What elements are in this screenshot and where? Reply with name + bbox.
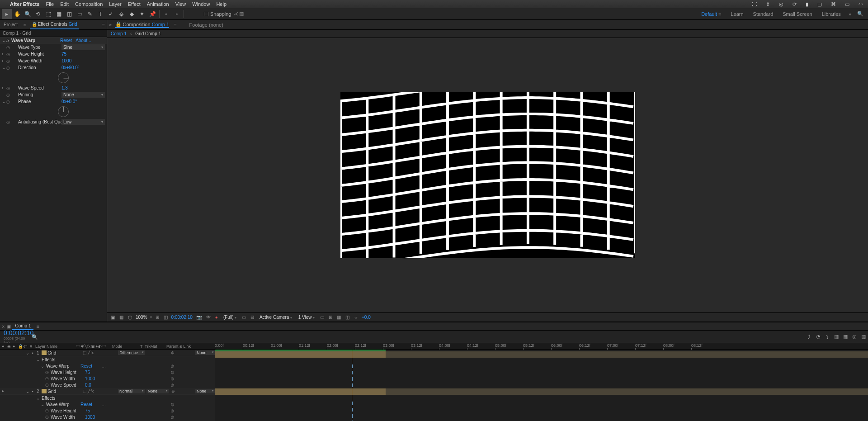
effects-label[interactable]: Effects bbox=[41, 357, 76, 362]
panel-menu-icon[interactable]: ≡ bbox=[174, 22, 176, 28]
timeline-search-input[interactable] bbox=[41, 333, 55, 340]
twisty-icon[interactable]: › bbox=[2, 85, 6, 90]
twisty-icon[interactable]: › bbox=[2, 58, 6, 63]
pen-tool[interactable]: ✎ bbox=[85, 9, 95, 19]
resolution-icon[interactable]: ⊞ bbox=[155, 315, 160, 320]
sync-icon[interactable]: ⟳ bbox=[791, 1, 798, 7]
solo-icon[interactable]: ▪ bbox=[30, 389, 35, 394]
selection-tool[interactable]: ▸ bbox=[2, 9, 12, 19]
orbit-tool[interactable]: ⟲ bbox=[33, 9, 43, 19]
stroke-swatch[interactable]: ▫ bbox=[172, 9, 182, 19]
twisty-icon[interactable]: ⌄ bbox=[36, 357, 41, 362]
timeline-icon[interactable]: ⊟ bbox=[250, 315, 255, 320]
tab-footage[interactable]: Footage (none) bbox=[189, 22, 223, 28]
exposure-value[interactable]: +0.0 bbox=[362, 315, 371, 320]
workspace-standard[interactable]: Standard bbox=[749, 11, 778, 17]
playhead[interactable] bbox=[352, 350, 352, 421]
fx-badge-icon[interactable]: fx bbox=[6, 38, 9, 43]
workspace-small[interactable]: Small Screen bbox=[778, 11, 816, 17]
stopwatch-icon[interactable]: ◷ bbox=[45, 383, 50, 387]
eraser-tool[interactable]: ◆ bbox=[127, 9, 137, 19]
viewer-timecode[interactable]: 0:00:02:10 bbox=[171, 315, 193, 320]
param-antialias-select[interactable]: Low bbox=[61, 119, 105, 125]
twisty-icon[interactable]: ⌄ bbox=[26, 350, 30, 355]
stopwatch-icon[interactable]: ◷ bbox=[6, 66, 12, 70]
stopwatch-icon[interactable]: ◷ bbox=[6, 59, 12, 63]
effect-name[interactable]: Wave Warp bbox=[45, 364, 80, 369]
stopwatch-icon[interactable]: ◷ bbox=[6, 52, 12, 57]
brush-tool[interactable]: ✓ bbox=[106, 9, 116, 19]
pixel-aspect-icon[interactable]: ▭ bbox=[319, 315, 325, 320]
search-icon[interactable]: 🔍 bbox=[854, 11, 866, 17]
param-wave-height-value[interactable]: 75 bbox=[61, 52, 105, 57]
view-dropdown[interactable]: 1 View bbox=[297, 315, 316, 320]
pickwhip-icon[interactable]: ⊚ bbox=[170, 408, 174, 413]
comp-flowchart-icon[interactable]: ⤴ bbox=[805, 334, 814, 340]
hand-tool[interactable]: ✋ bbox=[12, 9, 22, 19]
pickwhip-icon[interactable]: ⊚ bbox=[171, 389, 196, 393]
menu-file[interactable]: File bbox=[46, 1, 54, 7]
tab-project[interactable]: Project bbox=[2, 20, 19, 29]
roi-icon[interactable]: ◫ bbox=[163, 315, 169, 320]
stopwatch-icon[interactable]: ◷ bbox=[45, 370, 50, 374]
always-preview-icon[interactable]: ▣ bbox=[110, 315, 116, 320]
roto-tool[interactable]: ✦ bbox=[137, 9, 147, 19]
parent-dropdown[interactable]: None bbox=[195, 350, 215, 355]
parent-dropdown[interactable]: None bbox=[195, 389, 215, 393]
app-name[interactable]: After Effects bbox=[10, 1, 39, 7]
tab-effect-controls[interactable]: 🔒 Effect Controls Grid bbox=[30, 20, 79, 29]
mask-icon[interactable]: ▢ bbox=[127, 315, 133, 320]
breadcrumb-item[interactable]: Grid Comp 1 bbox=[135, 31, 161, 36]
camera-tool[interactable]: ▦ bbox=[54, 9, 64, 19]
stopwatch-icon[interactable]: ◷ bbox=[6, 120, 12, 124]
menu-layer[interactable]: Layer bbox=[109, 1, 122, 7]
twisty-icon[interactable]: › bbox=[2, 52, 6, 57]
timeline-track-area[interactable] bbox=[215, 350, 868, 421]
menu-help[interactable]: Help bbox=[216, 1, 226, 7]
trkmat-dropdown[interactable]: None bbox=[146, 389, 169, 393]
panel-menu-icon[interactable]: ≡ bbox=[102, 22, 105, 28]
param-wave-type-select[interactable]: Sine bbox=[61, 44, 105, 50]
param-wave-speed-value[interactable]: 1.3 bbox=[61, 85, 105, 90]
menu-view[interactable]: View bbox=[175, 1, 186, 7]
zoom-value[interactable]: 100% bbox=[136, 315, 147, 320]
rotate-tool[interactable]: ⬚ bbox=[43, 9, 53, 19]
stopwatch-icon[interactable]: ◷ bbox=[45, 408, 50, 413]
snapping-more-icon[interactable]: ▨ bbox=[239, 11, 244, 17]
time-ruler[interactable]: 0:00f00:12f01:00f01:12f02:00f02:12f03:00… bbox=[215, 343, 868, 349]
layer-row[interactable]: ●⌄▪2Grid⬚╱fxNormalNone⊚None bbox=[0, 388, 215, 395]
exposure-reset-icon[interactable]: ☼ bbox=[353, 315, 359, 320]
phase-dial[interactable] bbox=[58, 106, 69, 117]
breadcrumb-item[interactable]: Comp 1 bbox=[111, 31, 127, 36]
col-trkmat[interactable]: TrkMat bbox=[144, 344, 165, 349]
shy-icon[interactable]: ⤵ bbox=[823, 334, 832, 340]
solo-icon[interactable]: ▪ bbox=[30, 350, 35, 355]
menu-window[interactable]: Window bbox=[192, 1, 210, 7]
effect-reset[interactable]: Reset bbox=[60, 38, 72, 43]
direction-dial[interactable] bbox=[58, 72, 69, 83]
bluetooth-icon[interactable]: ⌘ bbox=[830, 1, 837, 7]
pickwhip-icon[interactable]: ⊚ bbox=[170, 415, 174, 420]
resolution-dropdown[interactable]: (Full) bbox=[222, 315, 238, 320]
tab-composition[interactable]: 🔒 Composition Comp 1 bbox=[115, 21, 169, 28]
prop-value[interactable]: 1000 bbox=[85, 376, 95, 381]
tab-close[interactable]: × bbox=[109, 22, 112, 28]
stopwatch-icon[interactable]: ◷ bbox=[45, 376, 50, 381]
twisty-icon[interactable]: ⌄ bbox=[41, 364, 45, 369]
draft-3d-icon[interactable]: ◔ bbox=[814, 334, 823, 340]
stopwatch-icon[interactable]: ◷ bbox=[45, 415, 50, 419]
col-parent[interactable]: Parent & Link bbox=[165, 344, 197, 349]
tab-close[interactable]: × bbox=[23, 22, 26, 28]
fill-swatch[interactable]: ▫ bbox=[161, 9, 171, 19]
param-direction-value[interactable]: 0x+90.0° bbox=[61, 65, 105, 70]
pickwhip-icon[interactable]: ⊚ bbox=[170, 370, 174, 375]
layer-name[interactable]: Grid bbox=[47, 350, 83, 355]
twisty-icon[interactable]: ⌄ bbox=[2, 65, 6, 70]
grid-guide-icon[interactable]: ⊞ bbox=[328, 315, 333, 320]
snapshot-icon[interactable]: 📷 bbox=[195, 315, 203, 320]
type-tool[interactable]: T bbox=[95, 9, 105, 19]
clone-tool[interactable]: ⬙ bbox=[116, 9, 126, 19]
fast-preview-icon[interactable]: ▭ bbox=[241, 315, 247, 320]
effect-name[interactable]: Wave Warp bbox=[45, 402, 80, 407]
workspace-overflow-icon[interactable]: » bbox=[846, 11, 854, 17]
